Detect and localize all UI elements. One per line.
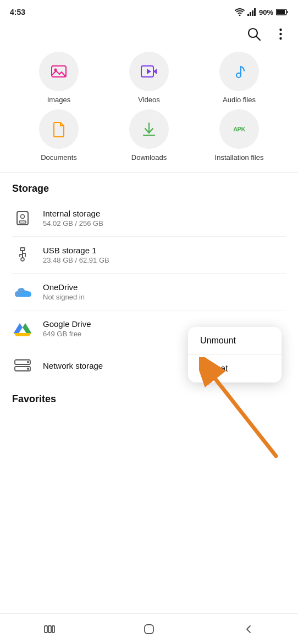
back-button[interactable] [238, 618, 260, 640]
internal-storage-name: Internal storage [43, 209, 286, 218]
context-menu-format[interactable]: Format [188, 355, 282, 382]
more-options-icon [279, 28, 282, 40]
network-storage-icon [12, 355, 33, 376]
internal-storage-sub: 54.02 GB / 256 GB [43, 219, 286, 227]
svg-rect-5 [277, 10, 285, 14]
battery-icon [276, 9, 288, 15]
svg-rect-40 [45, 626, 47, 632]
nav-bar [0, 613, 298, 644]
svg-point-37 [27, 368, 29, 370]
storage-item-usb[interactable]: USB storage 1 23.48 GB / 62.91 GB [12, 237, 286, 274]
downloads-label: Downloads [131, 153, 167, 162]
status-time: 4:53 [10, 8, 25, 16]
apk-text: APK [233, 126, 245, 132]
status-right-icons: 90% [235, 8, 288, 16]
svg-marker-33 [14, 333, 31, 336]
category-documents[interactable]: Documents [16, 109, 101, 162]
images-icon [49, 62, 68, 81]
downloads-icon-circle [129, 109, 169, 149]
internal-storage-icon [12, 208, 33, 229]
context-menu: Unmount Format [188, 327, 282, 382]
images-label: Images [47, 96, 71, 104]
svg-point-36 [27, 361, 29, 363]
svg-point-11 [279, 37, 282, 40]
usb-storage-sub: 23.48 GB / 62.91 GB [43, 256, 286, 264]
documents-icon-circle [39, 109, 79, 149]
installation-label: Installation files [215, 153, 264, 162]
search-button[interactable] [246, 26, 262, 42]
svg-point-22 [21, 215, 25, 219]
videos-label: Videos [138, 96, 160, 104]
documents-label: Documents [41, 153, 77, 162]
installation-icon-circle: APK [219, 109, 259, 149]
svg-rect-43 [145, 625, 153, 634]
videos-icon-circle [129, 52, 169, 91]
onedrive-sub: Not signed in [43, 293, 286, 301]
category-downloads[interactable]: Downloads [107, 109, 191, 162]
signal-icon [247, 8, 256, 16]
svg-rect-2 [252, 10, 253, 16]
category-grid: Images Videos Audio files [0, 46, 298, 173]
home-button[interactable] [138, 618, 160, 640]
onedrive-icon [12, 281, 33, 302]
more-options-button[interactable] [273, 26, 288, 42]
category-videos[interactable]: Videos [107, 52, 191, 104]
svg-point-17 [236, 73, 241, 77]
audio-icon [230, 62, 249, 81]
favorites-section-header: Favorites [0, 384, 298, 410]
recent-apps-icon [43, 623, 56, 636]
svg-rect-3 [254, 8, 256, 16]
battery-percent: 90% [259, 8, 273, 16]
onedrive-name: OneDrive [43, 282, 286, 292]
svg-line-8 [256, 36, 260, 40]
category-images[interactable]: Images [16, 52, 101, 104]
documents-icon [49, 120, 68, 138]
category-audio[interactable]: Audio files [197, 52, 282, 104]
storage-section-header: Storage [0, 173, 298, 200]
svg-rect-6 [287, 11, 288, 13]
category-installation[interactable]: APK Installation files [197, 109, 282, 162]
storage-item-onedrive[interactable]: OneDrive Not signed in [12, 274, 286, 310]
usb-storage-name: USB storage 1 [43, 246, 286, 255]
videos-icon [140, 62, 158, 81]
back-icon [242, 623, 255, 636]
top-action-bar [0, 22, 298, 46]
svg-rect-21 [19, 221, 26, 223]
internal-storage-info: Internal storage 54.02 GB / 256 GB [43, 209, 286, 227]
downloads-icon [140, 120, 158, 138]
home-icon [142, 623, 156, 636]
onedrive-info: OneDrive Not signed in [43, 282, 286, 301]
svg-point-9 [279, 29, 282, 31]
status-bar: 4:53 90% [0, 0, 298, 22]
search-icon [247, 27, 261, 41]
context-menu-unmount[interactable]: Unmount [188, 327, 282, 354]
recent-apps-button[interactable] [38, 618, 60, 640]
svg-point-10 [279, 33, 282, 35]
usb-storage-icon [12, 245, 33, 265]
svg-rect-41 [48, 626, 51, 632]
wifi-icon [235, 8, 245, 16]
usb-storage-info: USB storage 1 23.48 GB / 62.91 GB [43, 246, 286, 264]
storage-item-internal[interactable]: Internal storage 54.02 GB / 256 GB [12, 200, 286, 237]
audio-icon-circle [219, 52, 259, 91]
svg-rect-0 [247, 14, 249, 16]
images-icon-circle [39, 52, 79, 91]
svg-rect-42 [52, 626, 54, 632]
googledrive-icon [12, 318, 33, 339]
svg-rect-1 [250, 12, 251, 16]
svg-marker-16 [147, 69, 151, 74]
audio-label: Audio files [223, 96, 256, 104]
svg-point-29 [21, 258, 24, 261]
